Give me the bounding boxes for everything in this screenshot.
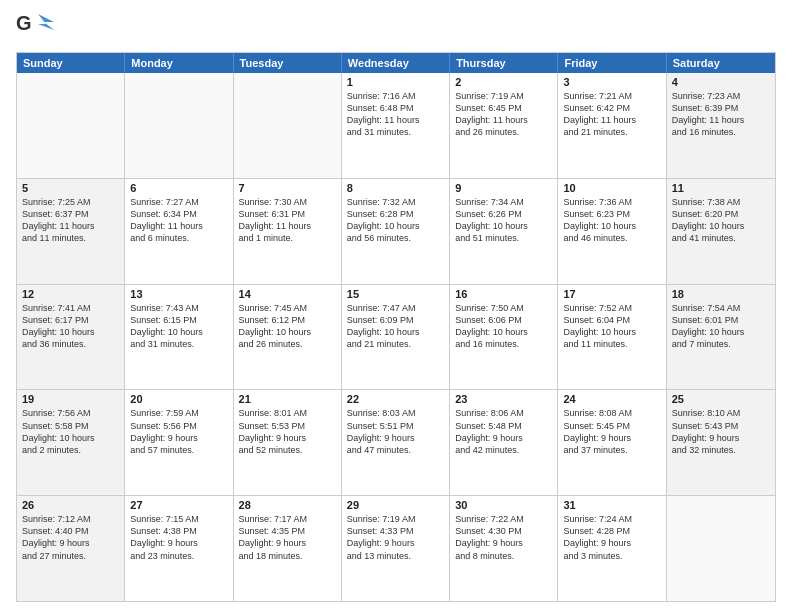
cal-cell bbox=[234, 73, 342, 178]
cell-info: Sunrise: 8:03 AMSunset: 5:51 PMDaylight:… bbox=[347, 407, 444, 456]
week-row-1: 1Sunrise: 7:16 AMSunset: 6:48 PMDaylight… bbox=[17, 73, 775, 179]
cell-info: Sunrise: 8:06 AMSunset: 5:48 PMDaylight:… bbox=[455, 407, 552, 456]
cal-cell: 15Sunrise: 7:47 AMSunset: 6:09 PMDayligh… bbox=[342, 285, 450, 390]
day-number: 10 bbox=[563, 182, 660, 194]
cal-cell: 10Sunrise: 7:36 AMSunset: 6:23 PMDayligh… bbox=[558, 179, 666, 284]
cell-info: Sunrise: 7:16 AMSunset: 6:48 PMDaylight:… bbox=[347, 90, 444, 139]
day-number: 23 bbox=[455, 393, 552, 405]
cal-cell: 4Sunrise: 7:23 AMSunset: 6:39 PMDaylight… bbox=[667, 73, 775, 178]
day-number: 2 bbox=[455, 76, 552, 88]
cell-info: Sunrise: 7:30 AMSunset: 6:31 PMDaylight:… bbox=[239, 196, 336, 245]
day-number: 26 bbox=[22, 499, 119, 511]
day-number: 24 bbox=[563, 393, 660, 405]
cell-info: Sunrise: 7:27 AMSunset: 6:34 PMDaylight:… bbox=[130, 196, 227, 245]
cell-info: Sunrise: 7:34 AMSunset: 6:26 PMDaylight:… bbox=[455, 196, 552, 245]
cal-cell: 26Sunrise: 7:12 AMSunset: 4:40 PMDayligh… bbox=[17, 496, 125, 601]
day-number: 5 bbox=[22, 182, 119, 194]
cal-cell: 23Sunrise: 8:06 AMSunset: 5:48 PMDayligh… bbox=[450, 390, 558, 495]
day-number: 31 bbox=[563, 499, 660, 511]
svg-marker-1 bbox=[38, 14, 54, 30]
header-day-monday: Monday bbox=[125, 53, 233, 73]
cell-info: Sunrise: 7:47 AMSunset: 6:09 PMDaylight:… bbox=[347, 302, 444, 351]
day-number: 4 bbox=[672, 76, 770, 88]
week-row-4: 19Sunrise: 7:56 AMSunset: 5:58 PMDayligh… bbox=[17, 390, 775, 496]
cell-info: Sunrise: 7:32 AMSunset: 6:28 PMDaylight:… bbox=[347, 196, 444, 245]
week-row-2: 5Sunrise: 7:25 AMSunset: 6:37 PMDaylight… bbox=[17, 179, 775, 285]
logo-icon: G bbox=[16, 10, 60, 46]
cal-cell: 18Sunrise: 7:54 AMSunset: 6:01 PMDayligh… bbox=[667, 285, 775, 390]
svg-text:G: G bbox=[16, 12, 32, 34]
day-number: 21 bbox=[239, 393, 336, 405]
cal-cell: 7Sunrise: 7:30 AMSunset: 6:31 PMDaylight… bbox=[234, 179, 342, 284]
page: G SundayMondayTuesdayWednesdayThursdayFr… bbox=[0, 0, 792, 612]
header-day-friday: Friday bbox=[558, 53, 666, 73]
cell-info: Sunrise: 7:24 AMSunset: 4:28 PMDaylight:… bbox=[563, 513, 660, 562]
cell-info: Sunrise: 7:56 AMSunset: 5:58 PMDaylight:… bbox=[22, 407, 119, 456]
cell-info: Sunrise: 7:17 AMSunset: 4:35 PMDaylight:… bbox=[239, 513, 336, 562]
cal-cell: 20Sunrise: 7:59 AMSunset: 5:56 PMDayligh… bbox=[125, 390, 233, 495]
cal-cell: 8Sunrise: 7:32 AMSunset: 6:28 PMDaylight… bbox=[342, 179, 450, 284]
day-number: 18 bbox=[672, 288, 770, 300]
cell-info: Sunrise: 7:50 AMSunset: 6:06 PMDaylight:… bbox=[455, 302, 552, 351]
cell-info: Sunrise: 8:01 AMSunset: 5:53 PMDaylight:… bbox=[239, 407, 336, 456]
day-number: 8 bbox=[347, 182, 444, 194]
cell-info: Sunrise: 7:15 AMSunset: 4:38 PMDaylight:… bbox=[130, 513, 227, 562]
day-number: 9 bbox=[455, 182, 552, 194]
cal-cell: 12Sunrise: 7:41 AMSunset: 6:17 PMDayligh… bbox=[17, 285, 125, 390]
cal-cell: 5Sunrise: 7:25 AMSunset: 6:37 PMDaylight… bbox=[17, 179, 125, 284]
day-number: 12 bbox=[22, 288, 119, 300]
cal-cell: 22Sunrise: 8:03 AMSunset: 5:51 PMDayligh… bbox=[342, 390, 450, 495]
calendar-body: 1Sunrise: 7:16 AMSunset: 6:48 PMDaylight… bbox=[17, 73, 775, 601]
cal-cell: 29Sunrise: 7:19 AMSunset: 4:33 PMDayligh… bbox=[342, 496, 450, 601]
cell-info: Sunrise: 7:36 AMSunset: 6:23 PMDaylight:… bbox=[563, 196, 660, 245]
cal-cell: 14Sunrise: 7:45 AMSunset: 6:12 PMDayligh… bbox=[234, 285, 342, 390]
cal-cell: 19Sunrise: 7:56 AMSunset: 5:58 PMDayligh… bbox=[17, 390, 125, 495]
logo: G bbox=[16, 10, 64, 46]
cell-info: Sunrise: 7:21 AMSunset: 6:42 PMDaylight:… bbox=[563, 90, 660, 139]
day-number: 20 bbox=[130, 393, 227, 405]
cell-info: Sunrise: 7:59 AMSunset: 5:56 PMDaylight:… bbox=[130, 407, 227, 456]
day-number: 27 bbox=[130, 499, 227, 511]
cal-cell: 31Sunrise: 7:24 AMSunset: 4:28 PMDayligh… bbox=[558, 496, 666, 601]
day-number: 11 bbox=[672, 182, 770, 194]
header-day-sunday: Sunday bbox=[17, 53, 125, 73]
day-number: 19 bbox=[22, 393, 119, 405]
cell-info: Sunrise: 7:45 AMSunset: 6:12 PMDaylight:… bbox=[239, 302, 336, 351]
cal-cell: 3Sunrise: 7:21 AMSunset: 6:42 PMDaylight… bbox=[558, 73, 666, 178]
cal-cell bbox=[17, 73, 125, 178]
cal-cell: 13Sunrise: 7:43 AMSunset: 6:15 PMDayligh… bbox=[125, 285, 233, 390]
day-number: 16 bbox=[455, 288, 552, 300]
cell-info: Sunrise: 7:12 AMSunset: 4:40 PMDaylight:… bbox=[22, 513, 119, 562]
header-day-wednesday: Wednesday bbox=[342, 53, 450, 73]
header-day-thursday: Thursday bbox=[450, 53, 558, 73]
calendar-header: SundayMondayTuesdayWednesdayThursdayFrid… bbox=[17, 53, 775, 73]
day-number: 14 bbox=[239, 288, 336, 300]
cal-cell: 24Sunrise: 8:08 AMSunset: 5:45 PMDayligh… bbox=[558, 390, 666, 495]
header-day-tuesday: Tuesday bbox=[234, 53, 342, 73]
cal-cell: 9Sunrise: 7:34 AMSunset: 6:26 PMDaylight… bbox=[450, 179, 558, 284]
cal-cell: 21Sunrise: 8:01 AMSunset: 5:53 PMDayligh… bbox=[234, 390, 342, 495]
cell-info: Sunrise: 7:22 AMSunset: 4:30 PMDaylight:… bbox=[455, 513, 552, 562]
cell-info: Sunrise: 7:25 AMSunset: 6:37 PMDaylight:… bbox=[22, 196, 119, 245]
day-number: 15 bbox=[347, 288, 444, 300]
day-number: 13 bbox=[130, 288, 227, 300]
cal-cell: 27Sunrise: 7:15 AMSunset: 4:38 PMDayligh… bbox=[125, 496, 233, 601]
cal-cell: 25Sunrise: 8:10 AMSunset: 5:43 PMDayligh… bbox=[667, 390, 775, 495]
day-number: 7 bbox=[239, 182, 336, 194]
day-number: 25 bbox=[672, 393, 770, 405]
cal-cell: 1Sunrise: 7:16 AMSunset: 6:48 PMDaylight… bbox=[342, 73, 450, 178]
cal-cell: 30Sunrise: 7:22 AMSunset: 4:30 PMDayligh… bbox=[450, 496, 558, 601]
header-day-saturday: Saturday bbox=[667, 53, 775, 73]
cell-info: Sunrise: 7:41 AMSunset: 6:17 PMDaylight:… bbox=[22, 302, 119, 351]
day-number: 30 bbox=[455, 499, 552, 511]
day-number: 6 bbox=[130, 182, 227, 194]
cal-cell bbox=[667, 496, 775, 601]
cell-info: Sunrise: 7:52 AMSunset: 6:04 PMDaylight:… bbox=[563, 302, 660, 351]
day-number: 22 bbox=[347, 393, 444, 405]
cell-info: Sunrise: 7:19 AMSunset: 6:45 PMDaylight:… bbox=[455, 90, 552, 139]
calendar: SundayMondayTuesdayWednesdayThursdayFrid… bbox=[16, 52, 776, 602]
cal-cell: 2Sunrise: 7:19 AMSunset: 6:45 PMDaylight… bbox=[450, 73, 558, 178]
cal-cell: 17Sunrise: 7:52 AMSunset: 6:04 PMDayligh… bbox=[558, 285, 666, 390]
cell-info: Sunrise: 7:23 AMSunset: 6:39 PMDaylight:… bbox=[672, 90, 770, 139]
cal-cell: 28Sunrise: 7:17 AMSunset: 4:35 PMDayligh… bbox=[234, 496, 342, 601]
